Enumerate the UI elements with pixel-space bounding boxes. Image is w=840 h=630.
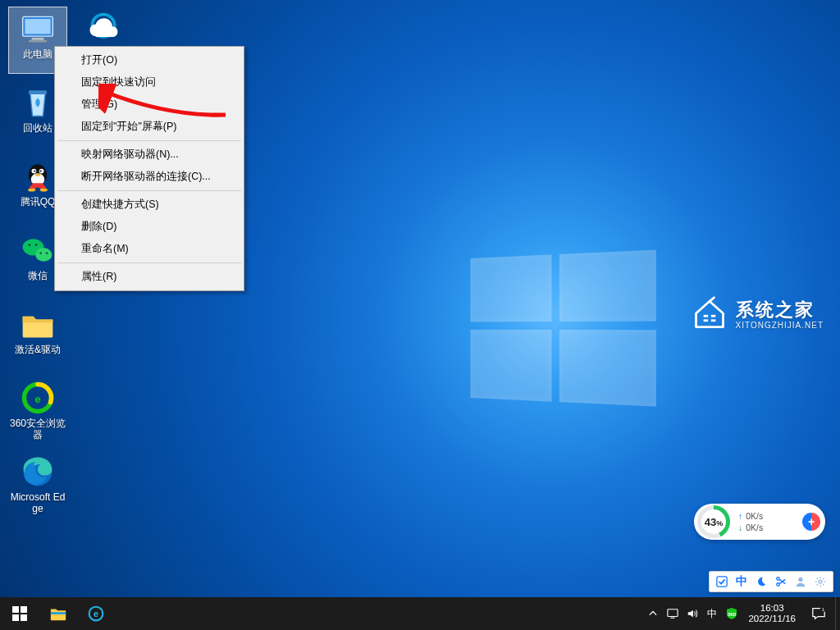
svg-line-39 [817, 584, 818, 585]
qq-icon [20, 158, 56, 194]
svg-text:1: 1 [822, 607, 824, 612]
perf-ring-icon: 43% [697, 505, 730, 538]
ctx-rename[interactable]: 重命名(M) [57, 238, 242, 260]
ime-person-icon[interactable] [793, 574, 808, 589]
desktop-icon-label: 激活&驱动 [8, 344, 67, 355]
shield-monitor-icon [667, 608, 678, 619]
svg-text:360: 360 [728, 611, 737, 617]
svg-text:e: e [94, 609, 98, 619]
svg-rect-45 [51, 612, 66, 614]
tray-overflow[interactable] [643, 597, 663, 630]
ctx-create-shortcut[interactable]: 创建快捷方式(S) [57, 194, 242, 216]
desktop-icon-label: 360安全浏览器 [8, 418, 67, 441]
perf-widget[interactable]: 43% ↑0K/s ↓0K/s [694, 504, 825, 540]
desktop-icon-edge[interactable]: Microsoft Edge [8, 450, 67, 517]
svg-rect-2 [703, 319, 708, 322]
ctx-delete[interactable]: 删除(D) [57, 216, 242, 238]
svg-line-38 [823, 584, 824, 585]
svg-rect-1 [710, 315, 715, 317]
ctx-map-network-drive[interactable]: 映射网络驱动器(N)... [57, 144, 242, 166]
ctx-open[interactable]: 打开(O) [57, 49, 242, 71]
perf-unit: % [716, 519, 723, 527]
taskbar: e 中 360 16:03 2022/11/16 1 [0, 597, 840, 630]
tray-volume[interactable] [682, 597, 702, 630]
ime-scissors-icon[interactable] [774, 574, 788, 589]
svg-point-31 [798, 578, 802, 582]
show-desktop-button[interactable] [835, 597, 840, 630]
edge-legacy-icon: e [88, 605, 104, 622]
arrow-down-icon: ↓ [738, 522, 742, 533]
svg-point-20 [28, 244, 30, 246]
svg-text:e: e [34, 393, 40, 405]
windows-icon [12, 606, 27, 621]
brand-en: XITONGZHIJIA.NET [736, 321, 824, 330]
windows-logo-watermark [470, 249, 655, 406]
360-browser-icon: e [20, 380, 56, 416]
tray-ime[interactable]: 中 [702, 597, 722, 630]
desktop-icon-activate-driver[interactable]: 激活&驱动 [8, 302, 67, 369]
ime-moon-icon[interactable] [754, 574, 769, 589]
ime-gear-icon[interactable] [813, 574, 828, 589]
tray-security-center[interactable] [663, 597, 682, 630]
edge-icon [20, 454, 56, 490]
svg-rect-0 [703, 315, 708, 317]
svg-rect-44 [21, 614, 27, 621]
perf-down: 0K/s [746, 522, 763, 533]
ctx-manage[interactable]: 管理(G) [57, 94, 242, 116]
svg-rect-28 [717, 577, 727, 587]
svg-point-32 [819, 580, 822, 583]
perf-plus-button[interactable] [802, 513, 820, 531]
360-shield-icon: 360 [725, 607, 738, 620]
svg-rect-43 [12, 614, 19, 621]
ctx-separator [57, 190, 241, 191]
ime-lang[interactable]: 中 [734, 574, 749, 589]
recycle-bin-icon [20, 84, 56, 121]
svg-rect-7 [29, 40, 47, 43]
ctx-pin-start[interactable]: 固定到"开始"屏幕(P) [57, 116, 242, 138]
svg-rect-41 [12, 606, 19, 613]
tray-clock[interactable]: 16:03 2022/11/16 [742, 603, 802, 624]
tray-date: 2022/11/16 [748, 614, 796, 624]
this-pc-icon [20, 11, 56, 47]
system-tray: 中 360 16:03 2022/11/16 1 [643, 597, 840, 630]
svg-point-15 [35, 174, 40, 176]
taskbar-edge-legacy[interactable]: e [77, 597, 115, 630]
svg-point-23 [46, 252, 48, 254]
svg-point-30 [777, 583, 780, 587]
ime-check-icon[interactable] [714, 574, 729, 589]
svg-point-29 [777, 578, 780, 581]
ime-floating-toolbar[interactable]: 中 [709, 571, 833, 592]
context-menu: 打开(O) 固定到快速访问 管理(G) 固定到"开始"屏幕(P) 映射网络驱动器… [54, 46, 244, 291]
svg-line-37 [817, 578, 818, 579]
tray-time: 16:03 [748, 603, 796, 614]
desktop-icon-360se[interactable]: e 360安全浏览器 [8, 376, 67, 443]
svg-point-22 [39, 252, 42, 254]
ctx-pin-quickaccess[interactable]: 固定到快速访问 [57, 71, 242, 94]
wechat-icon [20, 232, 56, 268]
file-explorer-icon [49, 605, 67, 623]
svg-rect-42 [21, 606, 27, 613]
taskbar-explorer[interactable] [39, 597, 77, 630]
cloud-app-icon [85, 11, 121, 47]
tray-360[interactable]: 360 [722, 597, 742, 630]
svg-point-17 [40, 188, 48, 191]
speaker-icon [687, 608, 698, 619]
start-button[interactable] [0, 597, 39, 630]
svg-rect-5 [25, 19, 50, 34]
svg-rect-3 [710, 319, 715, 322]
svg-line-40 [823, 578, 824, 579]
ctx-properties[interactable]: 属性(R) [57, 266, 242, 288]
notification-icon: 1 [811, 606, 826, 621]
brand-cn: 系统之家 [736, 298, 824, 322]
desktop-background[interactable]: 系统之家 XITONGZHIJIA.NET 此电脑 回收站 腾讯QQ [0, 0, 840, 630]
svg-point-14 [40, 170, 42, 171]
tray-action-center[interactable]: 1 [802, 606, 835, 621]
perf-up: 0K/s [746, 510, 763, 522]
brand-watermark: 系统之家 XITONGZHIJIA.NET [692, 295, 824, 331]
ctx-disconnect-network-drive[interactable]: 断开网络驱动器的连接(C)... [57, 166, 242, 188]
svg-point-19 [35, 248, 52, 262]
svg-point-21 [35, 244, 38, 246]
svg-point-13 [34, 170, 35, 171]
chevron-up-icon [649, 609, 657, 618]
arrow-up-icon: ↑ [738, 510, 742, 522]
